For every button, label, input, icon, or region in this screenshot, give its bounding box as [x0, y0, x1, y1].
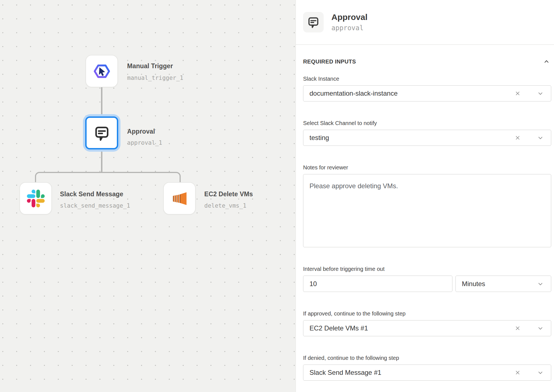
approval-chat-icon	[94, 125, 110, 141]
node-approval-frame	[85, 116, 118, 149]
notes-textarea[interactable]: Please approve deleting VMs.	[303, 174, 551, 247]
approved-step-value: EC2 Delete VMs #1	[309, 324, 514, 332]
slack-instance-select[interactable]: documentation-slack-instance	[303, 85, 551, 101]
workflow-canvas[interactable]: Manual Trigger manual_trigger_1 Approval…	[0, 0, 296, 392]
interval-unit-select[interactable]: Minutes	[455, 276, 551, 292]
slack-instance-label: Slack Instance	[303, 75, 551, 82]
interval-label: Interval before triggering time out	[303, 266, 551, 272]
clear-button[interactable]	[514, 134, 522, 142]
node-title: Approval	[127, 128, 155, 135]
dropdown-toggle[interactable]	[537, 280, 544, 288]
chevron-down-icon	[537, 134, 544, 141]
clear-x-icon	[514, 369, 521, 376]
slack-channel-label: Select Slack Channel to notify	[303, 120, 551, 126]
clear-button[interactable]	[514, 369, 522, 376]
node-manual-trigger[interactable]	[85, 55, 118, 87]
slack-logo-icon	[27, 190, 45, 207]
interval-unit-value: Minutes	[462, 280, 537, 288]
node-approval[interactable]	[83, 114, 120, 152]
node-subtitle: delete_vms_1	[204, 202, 246, 209]
panel-title: Approval	[331, 12, 367, 22]
chevron-down-icon	[537, 369, 544, 376]
connector-approval-stub	[101, 151, 102, 173]
slack-instance-value: documentation-slack-instance	[309, 90, 514, 97]
chevron-down-icon	[537, 280, 544, 287]
step-config-panel: Approval approval REQUIRED INPUTS Slack …	[296, 0, 554, 392]
node-title: Slack Send Message	[60, 190, 123, 198]
approved-step-label: If approved, continue to the following s…	[303, 310, 551, 317]
dropdown-toggle[interactable]	[537, 369, 544, 376]
clear-x-icon	[514, 325, 521, 332]
clear-x-icon	[514, 90, 521, 97]
clear-x-icon	[514, 134, 521, 141]
chevron-up-icon	[543, 58, 550, 65]
dropdown-toggle[interactable]	[537, 134, 544, 142]
node-title: EC2 Delete VMs	[204, 190, 253, 198]
approved-step-select[interactable]: EC2 Delete VMs #1	[303, 320, 551, 336]
node-subtitle: manual_trigger_1	[127, 75, 183, 81]
slack-channel-value: testing	[309, 134, 514, 142]
interval-value-input[interactable]	[303, 276, 452, 292]
manual-trigger-icon	[93, 62, 111, 80]
slack-channel-select[interactable]: testing	[303, 130, 551, 146]
panel-header: Approval approval	[296, 0, 554, 45]
chevron-down-icon	[537, 325, 544, 332]
clear-button[interactable]	[514, 324, 522, 332]
notes-label: Notes for reviewer	[303, 164, 551, 171]
chevron-down-icon	[537, 90, 544, 97]
node-ec2-delete-vms[interactable]	[163, 182, 196, 215]
dropdown-toggle[interactable]	[537, 90, 544, 97]
node-subtitle: slack_send_message_1	[60, 202, 130, 209]
connector-trigger-approval	[101, 86, 102, 116]
collapse-section-button[interactable]	[542, 58, 551, 65]
denied-step-label: If denied, continue to the following ste…	[303, 355, 551, 361]
denied-step-select[interactable]: Slack Send Message #1	[303, 365, 551, 381]
required-inputs-header: REQUIRED INPUTS	[303, 58, 551, 65]
node-title: Manual Trigger	[127, 62, 173, 70]
denied-step-value: Slack Send Message #1	[309, 369, 514, 376]
node-slack-send-message[interactable]	[19, 182, 52, 215]
section-title: REQUIRED INPUTS	[303, 58, 356, 65]
clear-button[interactable]	[514, 90, 522, 97]
dropdown-toggle[interactable]	[537, 324, 544, 332]
node-subtitle: approval_1	[127, 139, 162, 146]
approval-chat-icon	[303, 12, 324, 32]
panel-subtitle: approval	[331, 24, 367, 32]
ec2-icon	[171, 190, 188, 207]
